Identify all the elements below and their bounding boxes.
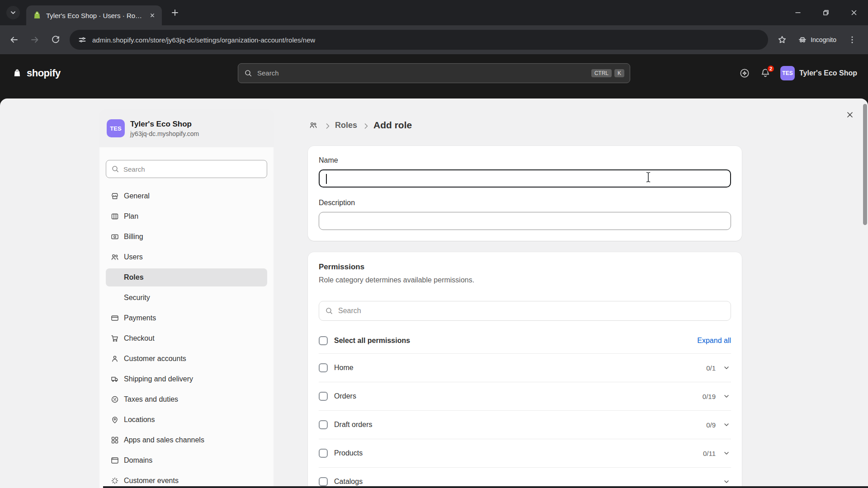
draft-orders-checkbox[interactable] xyxy=(319,420,328,429)
sidebar-item-customer-events[interactable]: Customer events xyxy=(106,472,267,488)
truck-icon xyxy=(110,375,119,384)
description-label: Description xyxy=(319,198,731,207)
checkout-cart-icon xyxy=(110,334,119,343)
site-info-icon[interactable] xyxy=(78,35,87,44)
browser-tab-strip: Tyler's Eco Shop · Users · Roles xyxy=(0,0,868,25)
permission-count: 0/19 xyxy=(703,393,716,400)
sidekick-button[interactable] xyxy=(739,67,750,79)
users-icon xyxy=(110,253,119,262)
permissions-subtitle: Role category determines available permi… xyxy=(319,276,731,285)
expand-all-link[interactable]: Expand all xyxy=(697,337,731,345)
store-menu[interactable]: TES Tyler's Eco Shop xyxy=(780,66,857,80)
sidebar-item-shipping[interactable]: Shipping and delivery xyxy=(106,370,267,388)
billing-icon xyxy=(110,232,119,241)
chevron-down-icon[interactable] xyxy=(722,420,731,429)
sidebar-item-locations[interactable]: Locations xyxy=(106,411,267,429)
chevron-right-icon xyxy=(323,122,330,129)
settings-close-button[interactable] xyxy=(842,107,858,123)
select-all-checkbox[interactable] xyxy=(319,336,328,345)
sidebar-store-card: TES Tyler's Eco Shop jy63jq-dc.myshopify… xyxy=(99,109,274,147)
tab-title: Tyler's Eco Shop · Users · Roles xyxy=(46,12,143,19)
notification-badge: 2 xyxy=(767,65,775,73)
store-domain: jy63jq-dc.myshopify.com xyxy=(130,130,199,137)
customer-events-icon xyxy=(110,476,119,485)
browser-tab[interactable]: Tyler's Eco Shop · Users · Roles xyxy=(26,5,162,25)
store-avatar: TES xyxy=(107,119,125,137)
minimize-button[interactable] xyxy=(784,0,812,25)
url-bar[interactable]: admin.shopify.com/store/jy63jq-dc/settin… xyxy=(70,30,768,50)
permissions-search-input[interactable] xyxy=(338,307,725,315)
chevron-down-icon[interactable] xyxy=(722,449,731,458)
catalogs-checkbox[interactable] xyxy=(319,477,328,486)
description-input[interactable] xyxy=(319,212,731,230)
users-icon xyxy=(308,120,319,131)
sidebar-item-plan[interactable]: Plan xyxy=(106,207,267,225)
breadcrumb: Roles Add role xyxy=(308,118,742,132)
sidebar-item-domains[interactable]: Domains xyxy=(106,451,267,469)
sidebar-item-checkout[interactable]: Checkout xyxy=(106,329,267,347)
permission-group-products[interactable]: Products 0/11 xyxy=(319,439,731,467)
taxes-percent-icon xyxy=(110,395,119,404)
forward-button[interactable] xyxy=(25,30,44,49)
url-text: admin.shopify.com/store/jy63jq-dc/settin… xyxy=(92,36,315,44)
sidebar-item-general[interactable]: General xyxy=(106,187,267,205)
chevron-down-icon[interactable] xyxy=(722,392,731,401)
ctrl-keycap: CTRL xyxy=(591,69,612,77)
sidebar-item-apps[interactable]: Apps and sales channels xyxy=(106,431,267,449)
settings-search[interactable] xyxy=(106,160,267,178)
permission-group-draft-orders[interactable]: Draft orders 0/9 xyxy=(319,410,731,439)
global-search-bar[interactable]: Search CTRL K xyxy=(238,63,630,83)
reload-button[interactable] xyxy=(46,30,65,49)
search-placeholder: Search xyxy=(257,69,279,77)
tab-search-button[interactable] xyxy=(6,6,20,19)
home-checkbox[interactable] xyxy=(319,363,328,372)
incognito-badge: Incognito xyxy=(793,35,841,44)
window-controls xyxy=(784,0,868,25)
domain-icon xyxy=(110,456,119,465)
browser-toolbar: admin.shopify.com/store/jy63jq-dc/settin… xyxy=(0,25,868,54)
orders-checkbox[interactable] xyxy=(319,392,328,401)
settings-search-input[interactable] xyxy=(123,165,262,173)
sidebar-item-taxes[interactable]: Taxes and duties xyxy=(106,390,267,408)
chevron-down-icon[interactable] xyxy=(722,363,731,372)
sidebar-item-billing[interactable]: Billing xyxy=(106,228,267,246)
permission-group-orders[interactable]: Orders 0/19 xyxy=(319,382,731,410)
shopify-bag-icon xyxy=(11,67,24,80)
store-icon xyxy=(110,192,119,201)
text-caret xyxy=(326,174,327,184)
sidebar-item-payments[interactable]: Payments xyxy=(106,309,267,327)
name-input[interactable] xyxy=(319,169,731,188)
sidebar-body: General Plan Billing Users xyxy=(99,147,274,488)
store-avatar: TES xyxy=(780,66,795,80)
window-close-button[interactable] xyxy=(840,0,868,25)
permissions-search[interactable] xyxy=(319,301,731,321)
permission-group-catalogs[interactable]: Catalogs xyxy=(319,467,731,488)
role-details-card: Name Description xyxy=(308,146,742,241)
new-tab-button[interactable] xyxy=(167,5,183,20)
back-button[interactable] xyxy=(5,30,24,49)
shopify-favicon xyxy=(33,11,42,20)
permission-count: 0/9 xyxy=(706,421,716,429)
store-name: Tyler's Eco Shop xyxy=(799,69,857,77)
browser-menu-button[interactable] xyxy=(843,30,862,49)
breadcrumb-roles-link[interactable]: Roles xyxy=(335,121,357,130)
k-keycap: K xyxy=(614,69,624,77)
tab-close-button[interactable] xyxy=(147,10,157,20)
payments-icon xyxy=(110,314,119,323)
sidebar-item-customer-accounts[interactable]: Customer accounts xyxy=(106,350,267,368)
sidebar-item-roles[interactable]: Roles xyxy=(106,268,267,286)
notifications-button[interactable]: 2 xyxy=(760,67,771,79)
chevron-down-icon[interactable] xyxy=(722,477,731,486)
bookmark-star-button[interactable] xyxy=(773,30,792,49)
page-title: Add role xyxy=(373,120,412,131)
permission-count: 0/1 xyxy=(706,364,716,372)
scrollbar-thumb[interactable] xyxy=(863,104,867,225)
sidebar-item-security[interactable]: Security xyxy=(106,289,267,307)
scrollbar-track[interactable] xyxy=(862,100,867,487)
person-icon xyxy=(110,354,119,363)
products-checkbox[interactable] xyxy=(319,449,328,458)
shopify-logo[interactable]: shopify xyxy=(11,67,61,80)
maximize-button[interactable] xyxy=(812,0,840,25)
permission-group-home[interactable]: Home 0/1 xyxy=(319,353,731,382)
sidebar-item-users[interactable]: Users xyxy=(106,248,267,266)
